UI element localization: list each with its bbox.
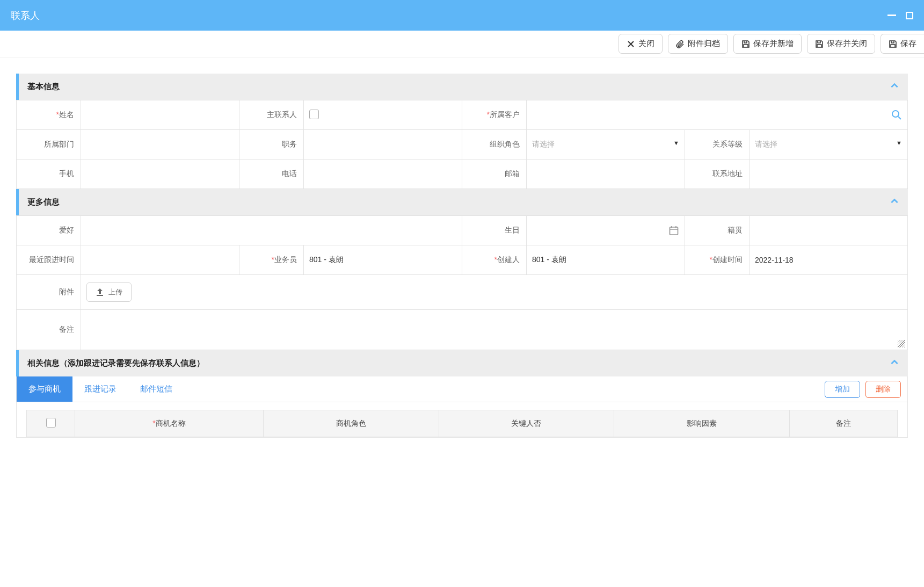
last-follow-input[interactable] xyxy=(81,245,239,275)
dropdown-arrow-icon: ▼ xyxy=(673,140,679,146)
position-input[interactable] xyxy=(304,130,462,160)
col-opportunity-role: 商机角色 xyxy=(263,410,439,437)
content-area: 基本信息 *姓名 主联系人 *所属客户 所属部门 职务 组织角色 请选择▼ 关系… xyxy=(0,57,924,438)
more-info-form: 爱好 生日 籍贯 最近跟进时间 *业务员 801 - 袁朗 *创建人 801 -… xyxy=(16,215,908,350)
toolbar: 关闭 附件归档 保存并新增 保存并关闭 保存 xyxy=(0,31,924,57)
maximize-icon[interactable] xyxy=(906,12,913,19)
table-header-row: *商机名称 商机角色 关键人否 影响因素 备注 xyxy=(27,410,898,437)
tab-follow-records[interactable]: 跟进记录 xyxy=(72,376,128,402)
col-opportunity-name: *商机名称 xyxy=(75,410,264,437)
sales-value[interactable]: 801 - 袁朗 xyxy=(304,245,462,275)
close-label: 关闭 xyxy=(638,39,654,49)
dropdown-arrow-icon: ▼ xyxy=(896,140,902,146)
remark-textarea[interactable] xyxy=(81,310,908,350)
attach-archive-label: 附件归档 xyxy=(688,39,720,49)
checkbox-icon xyxy=(46,418,56,427)
window-controls xyxy=(887,12,913,19)
attach-archive-button[interactable]: 附件归档 xyxy=(668,34,728,54)
save-label: 保存 xyxy=(900,39,916,49)
svg-rect-1 xyxy=(670,227,678,235)
minimize-icon[interactable] xyxy=(887,15,896,16)
svg-point-0 xyxy=(892,111,899,117)
col-influence-factor: 影响因素 xyxy=(614,410,790,437)
mobile-input[interactable] xyxy=(81,160,239,189)
birthday-label: 生日 xyxy=(462,216,527,245)
tab-email-sms[interactable]: 邮件短信 xyxy=(128,376,184,402)
section-related-info-header[interactable]: 相关信息（添加跟进记录需要先保存联系人信息） xyxy=(16,350,908,376)
save-button[interactable]: 保存 xyxy=(881,34,924,54)
attachment-cell: 上传 xyxy=(81,275,908,310)
form-row: 爱好 生日 籍贯 xyxy=(17,216,908,245)
paperclip-icon xyxy=(676,40,685,48)
birthday-datepicker[interactable] xyxy=(527,216,685,245)
save-and-new-button[interactable]: 保存并新增 xyxy=(733,34,802,54)
add-button[interactable]: 增加 xyxy=(825,381,860,398)
col-remark: 备注 xyxy=(789,410,897,437)
save-and-close-button[interactable]: 保存并关闭 xyxy=(807,34,875,54)
titlebar: 联系人 xyxy=(0,0,924,31)
created-at-label: *创建时间 xyxy=(685,245,750,275)
sales-label: *业务员 xyxy=(239,245,304,275)
customer-label: *所属客户 xyxy=(462,100,527,130)
email-input[interactable] xyxy=(527,160,685,189)
form-row: 手机 电话 邮箱 联系地址 xyxy=(17,160,908,189)
form-row: 附件 上传 xyxy=(17,275,908,310)
email-label: 邮箱 xyxy=(462,160,527,189)
main-contact-label: 主联系人 xyxy=(239,100,304,130)
created-at-value: 2022-11-18 xyxy=(750,245,908,275)
section-related-info-title: 相关信息（添加跟进记录需要先保存联系人信息） xyxy=(27,358,205,368)
save-icon xyxy=(815,40,824,48)
search-icon xyxy=(891,110,902,120)
upload-icon xyxy=(96,288,104,296)
department-input[interactable] xyxy=(81,130,239,160)
chevron-up-icon[interactable] xyxy=(890,358,899,369)
delete-button[interactable]: 删除 xyxy=(865,381,901,398)
form-row: *姓名 主联系人 *所属客户 xyxy=(17,100,908,130)
basic-info-form: *姓名 主联系人 *所属客户 所属部门 职务 组织角色 请选择▼ 关系等级 请选… xyxy=(16,100,908,189)
upload-button[interactable]: 上传 xyxy=(86,282,132,302)
hobby-label: 爱好 xyxy=(17,216,81,245)
section-basic-info-header[interactable]: 基本信息 xyxy=(16,74,908,100)
form-row: 所属部门 职务 组织角色 请选择▼ 关系等级 请选择▼ xyxy=(17,130,908,160)
close-icon xyxy=(627,40,635,48)
save-and-new-label: 保存并新增 xyxy=(753,39,794,49)
tab-actions: 增加 删除 xyxy=(825,381,907,398)
phone-label: 电话 xyxy=(239,160,304,189)
attachment-label: 附件 xyxy=(17,275,81,310)
save-icon xyxy=(741,40,750,48)
col-key-person: 关键人否 xyxy=(439,410,614,437)
tab-opportunity[interactable]: 参与商机 xyxy=(17,376,72,402)
sub-table-wrap: *商机名称 商机角色 关键人否 影响因素 备注 xyxy=(16,402,908,438)
address-input[interactable] xyxy=(750,160,908,189)
window-title: 联系人 xyxy=(11,9,40,22)
hobby-input[interactable] xyxy=(81,216,462,245)
customer-lookup[interactable] xyxy=(527,100,908,130)
remark-label: 备注 xyxy=(17,310,81,350)
relation-level-select[interactable]: 请选择▼ xyxy=(750,130,908,160)
address-label: 联系地址 xyxy=(685,160,750,189)
org-role-label: 组织角色 xyxy=(462,130,527,160)
related-tabs: 参与商机 跟进记录 邮件短信 增加 删除 xyxy=(16,376,908,402)
creator-label: *创建人 xyxy=(462,245,527,275)
form-row: 最近跟进时间 *业务员 801 - 袁朗 *创建人 801 - 袁朗 *创建时间… xyxy=(17,245,908,275)
checkbox-header[interactable] xyxy=(27,410,75,437)
section-more-info-header[interactable]: 更多信息 xyxy=(16,189,908,215)
close-button[interactable]: 关闭 xyxy=(619,34,663,54)
calendar-icon xyxy=(668,225,679,236)
upload-label: 上传 xyxy=(108,287,122,297)
chevron-up-icon[interactable] xyxy=(890,197,899,208)
position-label: 职务 xyxy=(239,130,304,160)
native-place-label: 籍贯 xyxy=(685,216,750,245)
phone-input[interactable] xyxy=(304,160,462,189)
section-basic-info-title: 基本信息 xyxy=(27,82,60,92)
last-follow-label: 最近跟进时间 xyxy=(17,245,81,275)
checkbox-icon xyxy=(309,110,319,119)
main-contact-checkbox[interactable] xyxy=(304,100,462,130)
org-role-select[interactable]: 请选择▼ xyxy=(527,130,685,160)
save-and-close-label: 保存并关闭 xyxy=(827,39,867,49)
relation-level-label: 关系等级 xyxy=(685,130,750,160)
save-icon xyxy=(889,40,897,48)
native-place-input[interactable] xyxy=(750,216,908,245)
chevron-up-icon[interactable] xyxy=(890,81,899,92)
name-input[interactable] xyxy=(81,100,239,130)
